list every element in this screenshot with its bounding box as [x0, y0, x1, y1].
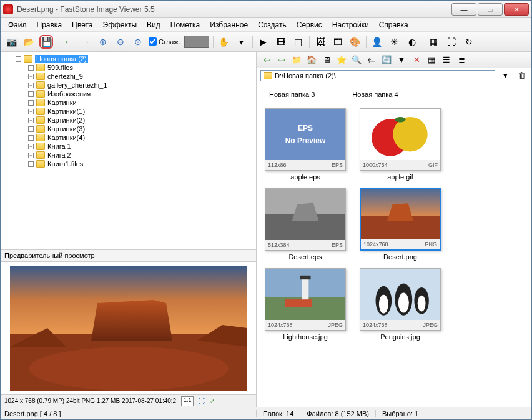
thumb-box[interactable]: 1024x768PNG: [360, 188, 441, 251]
view-list-icon[interactable]: ☰: [440, 54, 453, 66]
expand-icon[interactable]: +: [28, 126, 34, 132]
tree-root[interactable]: − Новая папка (2): [3, 54, 254, 63]
menu-view[interactable]: Вид: [143, 19, 164, 31]
contrast-icon[interactable]: ◐: [405, 35, 419, 49]
forward-icon[interactable]: →: [79, 35, 92, 49]
smooth-input[interactable]: [149, 38, 157, 46]
chevron-down-icon[interactable]: ▾: [235, 35, 249, 49]
expand-icon[interactable]: ⤢: [210, 398, 215, 404]
tree-item[interactable]: +chertezhi_9: [3, 72, 254, 81]
compare-icon[interactable]: ◫: [292, 35, 305, 49]
history-dropdown-icon[interactable]: ▾: [499, 69, 511, 82]
tree-item[interactable]: +Книга 2: [3, 151, 254, 159]
up-icon[interactable]: 📁: [290, 54, 303, 66]
zoom-in-icon[interactable]: ⊕: [96, 35, 110, 49]
expand-icon[interactable]: +: [28, 135, 34, 141]
expand-icon[interactable]: +: [28, 65, 34, 71]
expand-icon[interactable]: +: [28, 152, 34, 158]
smooth-checkbox[interactable]: Сглаж.: [149, 38, 180, 46]
folder-label[interactable]: Новая папка 4: [352, 91, 398, 98]
tree-item[interactable]: +599.files: [3, 63, 254, 72]
thumbnail[interactable]: 1000x754GIFapple.gif: [357, 108, 444, 181]
folder-label[interactable]: Новая папка 3: [269, 91, 315, 98]
menu-help[interactable]: Справка: [375, 19, 412, 31]
tree-item[interactable]: +gallery_chertezhi_1: [3, 81, 254, 89]
thumb-box[interactable]: 1024x768JPEG: [360, 268, 441, 331]
tree-item[interactable]: +Книга1.files: [3, 159, 254, 168]
back-icon[interactable]: ←: [61, 35, 75, 49]
camera-icon[interactable]: 📷: [4, 35, 18, 49]
scan-icon[interactable]: 👤: [370, 35, 384, 49]
menu-tools[interactable]: Сервис: [293, 19, 326, 31]
tree-item[interactable]: +Изображения: [3, 89, 254, 98]
filter-icon[interactable]: ▼: [395, 54, 408, 66]
thumbnails-area[interactable]: Новая папка 3 Новая папка 4 EPSNo Previe…: [257, 83, 531, 407]
tree-item[interactable]: +Картинки(1): [3, 107, 254, 116]
path-input[interactable]: D:\Новая папка (2)\: [260, 70, 495, 81]
view-thumbs-icon[interactable]: ▦: [425, 54, 438, 66]
crop-icon[interactable]: ▦: [427, 35, 441, 49]
thumbnail[interactable]: EPSNo Preview112x86EPSapple.eps: [262, 108, 349, 181]
thumbnail[interactable]: 1024x768JPEGLighthouse.jpg: [262, 268, 349, 341]
thumbnail[interactable]: 1024x768JPEGPenguins.jpg: [357, 268, 444, 341]
film-icon[interactable]: 🎞: [274, 35, 288, 49]
thumbnail[interactable]: 512x384EPSDesert.eps: [262, 188, 349, 261]
tree-item[interactable]: +Картинки(2): [3, 116, 254, 124]
ratio-button[interactable]: 1:1: [181, 396, 194, 406]
home-icon[interactable]: 🏠: [305, 54, 318, 66]
menu-tag[interactable]: Пометка: [167, 19, 204, 31]
thumb-box[interactable]: EPSNo Preview112x86EPS: [265, 108, 346, 171]
color-dropdown[interactable]: [184, 36, 209, 48]
image1-icon[interactable]: 🖼: [313, 35, 327, 49]
slideshow-icon[interactable]: ▶: [257, 35, 270, 49]
menu-colors[interactable]: Цвета: [68, 19, 96, 31]
resize-icon[interactable]: ⛶: [445, 35, 458, 49]
desktop-icon[interactable]: 🖥: [320, 54, 333, 66]
expand-icon[interactable]: +: [28, 82, 34, 88]
tree-item[interactable]: +Картинки(3): [3, 124, 254, 133]
menu-effects[interactable]: Эффекты: [99, 19, 141, 31]
image2-icon[interactable]: 🗔: [331, 35, 345, 49]
thumb-box[interactable]: 512x384EPS: [265, 188, 346, 251]
back-icon[interactable]: ⇦: [260, 54, 273, 66]
preview-image[interactable]: [1, 262, 256, 394]
menu-file[interactable]: Файл: [4, 19, 31, 31]
expand-icon[interactable]: +: [28, 91, 34, 97]
star-icon[interactable]: ⭐: [335, 54, 348, 66]
maximize-button[interactable]: ▭: [478, 3, 503, 16]
delete-icon[interactable]: ✕: [410, 54, 423, 66]
forward-icon[interactable]: ⇨: [275, 54, 288, 66]
menu-settings[interactable]: Настройки: [328, 19, 373, 31]
search-icon[interactable]: 🔍: [350, 54, 363, 66]
expand-icon[interactable]: +: [28, 161, 34, 167]
sun-icon[interactable]: ☀: [388, 35, 401, 49]
menu-edit[interactable]: Правка: [33, 19, 66, 31]
hand-icon[interactable]: ✋: [217, 35, 231, 49]
close-button[interactable]: ✕: [504, 3, 529, 16]
open-icon[interactable]: 📂: [22, 35, 36, 49]
image3-icon[interactable]: 🎨: [348, 35, 362, 49]
tree-item[interactable]: +Картинки: [3, 98, 254, 107]
zoom-out-icon[interactable]: ⊖: [114, 35, 127, 49]
tree-item[interactable]: +Картинки(4): [3, 133, 254, 142]
tree-item[interactable]: +Книга 1: [3, 142, 254, 151]
collapse-icon[interactable]: −: [16, 56, 21, 62]
menu-create[interactable]: Создать: [254, 19, 290, 31]
view-details-icon[interactable]: ≣: [455, 54, 468, 66]
fullscreen-icon[interactable]: ⛶: [199, 398, 205, 404]
expand-icon[interactable]: +: [28, 74, 34, 79]
fit-icon[interactable]: ⊙: [131, 35, 145, 49]
expand-icon[interactable]: +: [28, 118, 34, 123]
thumb-box[interactable]: 1000x754GIF: [360, 108, 441, 171]
thumb-box[interactable]: 1024x768JPEG: [265, 268, 346, 331]
refresh-icon[interactable]: 🔄: [380, 54, 393, 66]
minimize-button[interactable]: ―: [451, 3, 476, 16]
expand-icon[interactable]: +: [28, 109, 34, 114]
trash-icon[interactable]: 🗑: [515, 69, 528, 82]
expand-icon[interactable]: +: [28, 144, 34, 149]
save-button[interactable]: 💾: [39, 35, 53, 49]
expand-icon[interactable]: +: [28, 100, 34, 106]
rotate-icon[interactable]: ↻: [462, 35, 476, 49]
folder-tree[interactable]: − Новая папка (2) +599.files+chertezhi_9…: [1, 52, 256, 249]
menu-favorites[interactable]: Избранное: [206, 19, 252, 31]
